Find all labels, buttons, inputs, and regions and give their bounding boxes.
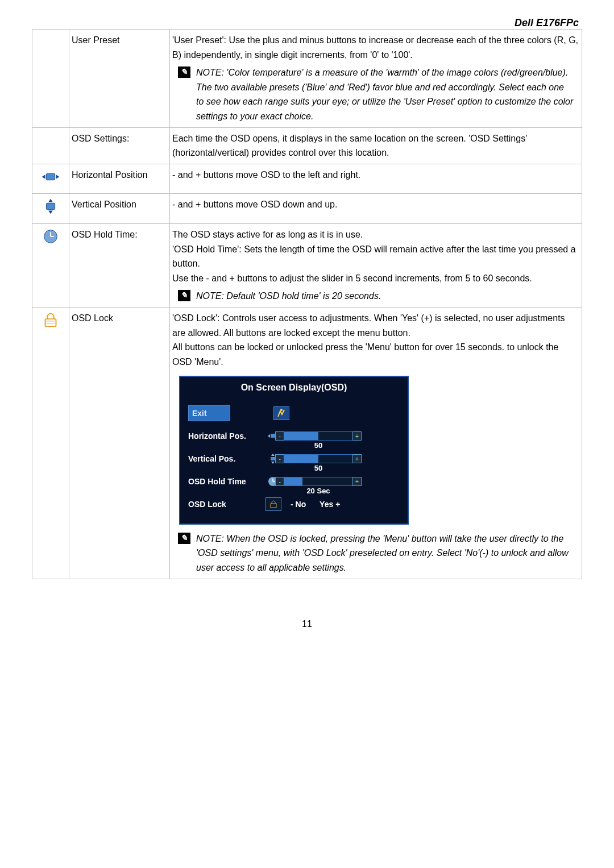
svg-rect-3 <box>45 319 56 326</box>
svg-rect-8 <box>271 457 275 460</box>
svg-rect-10 <box>271 504 276 508</box>
osd-vpos-slider[interactable]: - + 50 <box>284 454 353 463</box>
osd-hpos-value: 50 <box>284 440 352 452</box>
plus-button[interactable]: + <box>352 431 362 441</box>
row-name-osdlock: OSD Lock <box>69 307 170 579</box>
osd-vpos-value: 50 <box>284 463 352 475</box>
row-desc-hpos: - and + buttons move OSD to the left and… <box>170 164 582 194</box>
row-icon-vpos <box>32 194 69 224</box>
clock-icon <box>40 227 61 246</box>
osdlock-note: NOTE: When the OSD is locked, pressing t… <box>196 531 574 575</box>
row-desc-holdtime: The OSD stays active for as long as it i… <box>170 223 582 307</box>
row-desc-osdlock: 'OSD Lock': Controls user access to adju… <box>170 307 582 579</box>
svg-rect-0 <box>46 173 55 180</box>
plus-button[interactable]: + <box>352 477 362 486</box>
osdlock-desc-text: 'OSD Lock': Controls user access to adju… <box>172 311 579 369</box>
osd-lock-yes[interactable]: Yes + <box>320 500 340 509</box>
holdtime-desc-text: The OSD stays active for as long as it i… <box>172 227 579 285</box>
lock-icon <box>265 497 281 511</box>
row-name-hpos: Horizontal Position <box>69 164 170 194</box>
row-icon-osd-settings <box>32 127 69 164</box>
plus-button[interactable]: + <box>352 454 362 463</box>
svg-point-6 <box>280 409 283 411</box>
osd-dialog-title: On Screen Display(OSD) <box>180 377 408 398</box>
osd-vpos-label[interactable]: Vertical Pos. <box>188 452 262 465</box>
osd-hpos-label[interactable]: Horizontal Pos. <box>188 430 262 442</box>
svg-rect-7 <box>271 434 275 438</box>
osd-hold-label[interactable]: OSD Hold Time <box>188 475 262 488</box>
osd-lock-label[interactable]: OSD Lock <box>188 498 262 510</box>
product-header: Dell E176FPc <box>32 17 582 29</box>
row-desc-user-preset: 'User Preset': Use the plus and minus bu… <box>170 30 582 128</box>
row-desc-vpos: - and + buttons move OSD down and up. <box>170 194 582 224</box>
minus-button[interactable]: - <box>275 454 284 463</box>
osd-dialog: On Screen Display(OSD) Exit Horizontal P… <box>179 376 409 525</box>
user-preset-desc-text: 'User Preset': Use the plus and minus bu… <box>172 33 579 62</box>
osd-hpos-slider[interactable]: - + 50 <box>284 431 353 441</box>
minus-button[interactable]: - <box>275 477 284 486</box>
settings-table: User Preset 'User Preset': Use the plus … <box>32 29 582 579</box>
vertical-position-icon <box>40 197 61 215</box>
osd-hold-value: 20 Sec <box>284 485 352 497</box>
page-number: 11 <box>32 619 582 629</box>
row-icon-user-preset <box>32 30 69 128</box>
row-icon-holdtime <box>32 223 69 307</box>
osd-hold-slider[interactable]: - + 20 Sec <box>284 477 353 486</box>
note-icon: ✎ <box>178 533 190 544</box>
svg-rect-1 <box>46 203 55 210</box>
row-name-holdtime: OSD Hold Time: <box>69 223 170 307</box>
row-icon-hpos <box>32 164 69 194</box>
exit-run-icon <box>273 406 289 420</box>
row-name-user-preset: User Preset <box>69 30 170 128</box>
lock-icon <box>40 311 61 329</box>
note-icon: ✎ <box>178 67 190 78</box>
note-icon: ✎ <box>178 290 190 301</box>
osd-exit-item[interactable]: Exit <box>188 405 230 421</box>
horizontal-position-icon <box>40 168 61 186</box>
row-name-vpos: Vertical Position <box>69 194 170 224</box>
row-icon-osdlock <box>32 307 69 579</box>
row-desc-osd-settings: Each time the OSD opens, it displays in … <box>170 127 582 164</box>
minus-button[interactable]: - <box>275 431 284 441</box>
holdtime-note: NOTE: Default 'OSD hold time' is 20 seco… <box>196 289 381 304</box>
row-name-osd-settings: OSD Settings: <box>69 127 170 164</box>
user-preset-note: NOTE: 'Color temperature' is a measure o… <box>196 65 574 123</box>
osd-lock-no[interactable]: - No <box>291 500 306 509</box>
